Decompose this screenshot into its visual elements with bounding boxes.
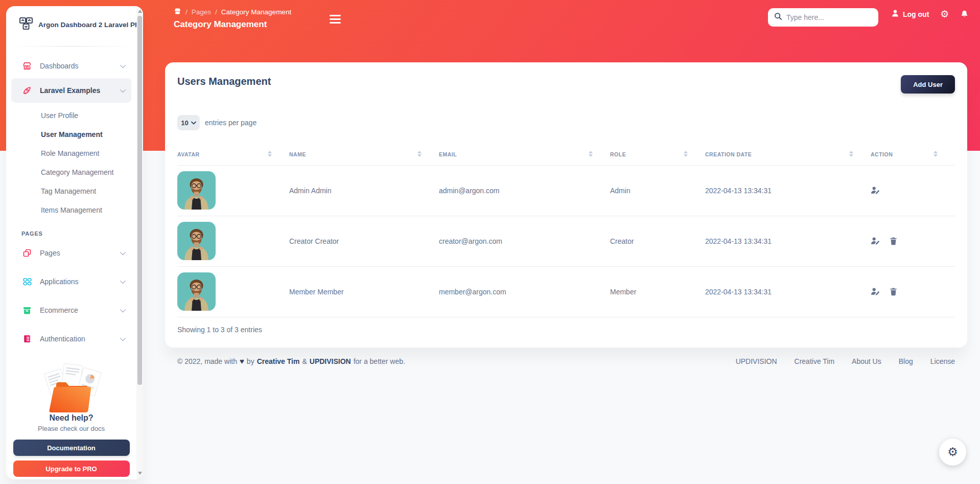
creative-tim-link[interactable]: Creative Tim (257, 357, 300, 365)
cell-creation-date: 2022-04-13 13:34:31 (705, 266, 871, 317)
submenu-item-user-management[interactable]: User Management (6, 125, 136, 144)
chevron-down-icon (120, 87, 126, 93)
cell-name: Member Member (289, 266, 439, 317)
header-actions: Log out ⚙ (891, 9, 969, 19)
nav-item-authentication[interactable]: Authentication (11, 327, 131, 351)
cell-email: admin@argon.com (439, 165, 610, 216)
scrollbar-thumb[interactable] (137, 16, 142, 385)
sidebar: Argon Dashboard 2 Laravel PRO Dashboards (6, 6, 143, 479)
scrollbar-up-arrow-icon[interactable] (138, 10, 142, 13)
nav-item-pages[interactable]: Pages (11, 241, 131, 265)
submenu-item-category-management[interactable]: Category Management (6, 163, 136, 181)
footer-link-blog[interactable]: Blog (899, 357, 913, 365)
cell-creation-date: 2022-04-13 13:34:31 (705, 216, 871, 266)
chevron-down-icon (120, 335, 126, 341)
document-icon (21, 334, 33, 343)
fixed-settings-button[interactable]: ⚙ (939, 439, 966, 466)
add-user-button[interactable]: Add User (901, 75, 955, 94)
sort-icon[interactable] (849, 151, 853, 157)
pages-icon (21, 248, 33, 258)
column-header-action[interactable]: Action (871, 144, 955, 165)
submenu-item-items-management[interactable]: Items Management (6, 200, 136, 219)
chevron-down-icon (191, 121, 196, 125)
home-shop-icon[interactable] (174, 8, 181, 16)
breadcrumb-parent[interactable]: Pages (192, 8, 211, 16)
cell-role: Admin (610, 165, 705, 216)
nav-item-dashboards[interactable]: Dashboards (11, 54, 131, 78)
search-input[interactable] (786, 13, 879, 21)
scrollbar-down-arrow-icon[interactable] (138, 472, 142, 475)
delete-trash-icon[interactable] (890, 287, 897, 296)
sort-icon[interactable] (417, 151, 422, 157)
logout-label: Log out (903, 10, 929, 18)
upgrade-pro-button[interactable]: Upgrade to PRO (13, 460, 130, 477)
sort-icon[interactable] (589, 151, 593, 157)
delete-trash-icon[interactable] (890, 237, 897, 245)
users-table: Avatar Name Email Role Creation Date Act… (177, 144, 955, 317)
footer-link-creative-tim[interactable]: Creative Tim (795, 357, 835, 365)
submenu-item-tag-management[interactable]: Tag Management (6, 181, 136, 200)
cell-name: Creator Creator (289, 216, 439, 266)
entries-per-page-select[interactable]: 10 (177, 115, 200, 130)
help-title: Need help? (6, 413, 136, 423)
edit-user-icon[interactable] (871, 186, 880, 195)
nav-label: Ecommerce (40, 306, 120, 314)
copyright-text: © 2022, made with ♥ by Creative Tim & UP… (177, 357, 405, 365)
footer-links: UPDIVISION Creative Tim About Us Blog Li… (736, 357, 955, 365)
table-header-row: Avatar Name Email Role Creation Date Act… (177, 144, 955, 165)
nav-label: Pages (40, 249, 120, 257)
help-subtitle: Please check our docs (6, 425, 136, 432)
edit-user-icon[interactable] (871, 237, 880, 245)
pages-section-label: PAGES (21, 231, 136, 237)
footer-link-license[interactable]: License (930, 357, 955, 365)
column-header-avatar[interactable]: Avatar (177, 144, 289, 165)
nav-item-ecommerce[interactable]: Ecommerce (11, 298, 131, 322)
submenu-item-role-management[interactable]: Role Management (6, 144, 136, 163)
search-box (768, 8, 878, 27)
settings-gear-icon[interactable]: ⚙ (940, 9, 949, 19)
sidenav-toggle-hamburger-icon[interactable] (330, 15, 341, 24)
brand[interactable]: Argon Dashboard 2 Laravel PRO (6, 16, 136, 33)
nav-item-applications[interactable]: Applications (11, 269, 131, 294)
breadcrumb-current: Category Management (221, 8, 291, 16)
sort-icon[interactable] (934, 151, 938, 157)
submenu-item-user-profile[interactable]: User Profile (6, 106, 136, 125)
cell-email: member@argon.com (439, 266, 610, 317)
user-icon (891, 9, 899, 19)
brand-title: Argon Dashboard 2 Laravel PRO (38, 21, 143, 29)
sidebar-scrollbar[interactable] (136, 6, 143, 479)
footer: © 2022, made with ♥ by Creative Tim & UP… (165, 357, 967, 365)
column-header-name[interactable]: Name (289, 144, 439, 165)
sort-icon[interactable] (684, 151, 688, 157)
edit-user-icon[interactable] (871, 287, 880, 296)
documentation-button[interactable]: Documentation (13, 440, 130, 456)
column-header-creation-date[interactable]: Creation Date (705, 144, 871, 165)
avatar (177, 171, 216, 210)
entries-per-page-label: entries per page (205, 119, 256, 127)
footer-link-about-us[interactable]: About Us (852, 357, 881, 365)
column-header-email[interactable]: Email (439, 144, 610, 165)
cell-name: Admin Admin (289, 165, 439, 216)
column-header-role[interactable]: Role (610, 144, 705, 165)
footer-link-updivision[interactable]: UPDIVISION (736, 357, 777, 365)
avatar (177, 272, 216, 311)
page-title: Category Management (174, 19, 267, 30)
notifications-bell-icon[interactable] (960, 10, 969, 18)
folder-documents-illustration (38, 359, 105, 412)
gear-icon: ⚙ (947, 446, 958, 458)
table-row: Creator Creator creator@argon.com Creato… (177, 216, 955, 266)
breadcrumb-separator: / (185, 8, 188, 16)
applications-icon (21, 277, 33, 286)
entries-per-page-value: 10 (181, 119, 188, 127)
table-row: Member Member member@argon.com Member 20… (177, 266, 955, 317)
chevron-down-icon (120, 62, 126, 68)
cell-email: creator@argon.com (439, 216, 610, 266)
sort-icon[interactable] (268, 151, 272, 157)
nav-item-laravel-examples[interactable]: Laravel Examples (11, 78, 131, 103)
logout-button[interactable]: Log out (891, 9, 929, 19)
laravel-examples-submenu: User Profile User Management Role Manage… (6, 103, 136, 223)
entries-per-page-row: 10 entries per page (177, 115, 955, 130)
updivision-link[interactable]: UPDIVISION (310, 357, 351, 365)
argon-logo-icon (18, 16, 34, 33)
ecommerce-box-icon (21, 306, 33, 315)
